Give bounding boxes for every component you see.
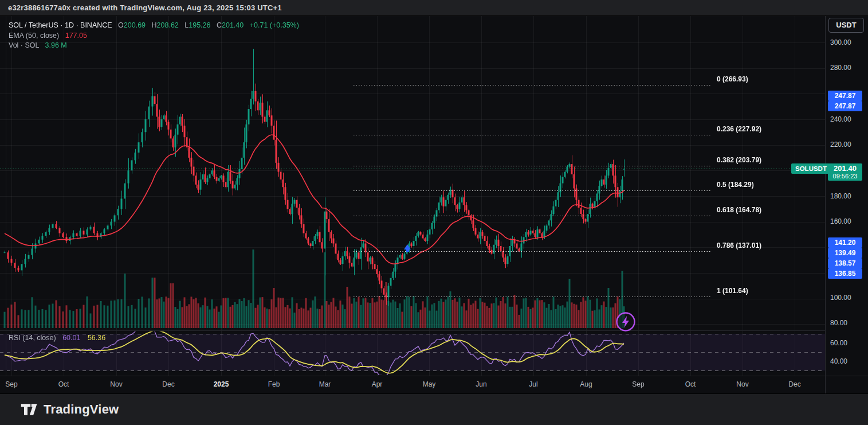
symbol-price-tag: SOLUSDT (791, 163, 831, 174)
time-axis-month-label: Mar (319, 380, 331, 388)
ema-label: EMA (50, close) (9, 32, 59, 40)
price-axis-tick: 40.00 (830, 357, 847, 365)
time-axis-month-label: May (423, 380, 436, 388)
time-axis-month-label: Dec (788, 380, 800, 388)
topbar: e32r38861677a0x created with TradingView… (0, 0, 868, 16)
time-axis-month-label: Oct (685, 380, 696, 388)
time-axis-month-label: Feb (268, 380, 280, 388)
price-axis-tick: 60.00 (830, 339, 847, 347)
tradingview-logo[interactable]: TradingView (21, 401, 119, 418)
price-alert-tag: 136.85 (828, 268, 862, 279)
axis-corner (825, 376, 868, 394)
rsi-legend-row[interactable]: RSI (14, close) 60.01 56.36 (9, 334, 105, 342)
legend-ema-row[interactable]: EMA (50, close) 177.05 (9, 31, 299, 41)
time-axis-year-label: 2025 (214, 380, 229, 388)
time-axis-month-label: Sep (632, 380, 644, 388)
time-axis-month-label: Nov (736, 380, 748, 388)
time-axis-month-label: Aug (580, 380, 592, 388)
price-alert-tag: 138.57 (828, 258, 862, 268)
price-axis-tick: 220.00 (830, 141, 851, 149)
chart-area[interactable]: SOL / TetherUS · 1D · BINANCE O200.69 H2… (0, 16, 825, 376)
tradingview-logo-icon (21, 401, 38, 418)
price-alert-tag: 139.49 (828, 248, 862, 258)
price-axis-tick: 80.00 (830, 319, 847, 327)
price-axis-tick: 100.00 (830, 294, 851, 302)
fib-level-label: 0 (266.93) (717, 75, 748, 83)
time-axis-month-label: Dec (162, 380, 174, 388)
change-value: +0.71 (+0.35%) (250, 21, 299, 29)
last-price-tag: 201.40 09:56:23 (828, 163, 862, 181)
tradingview-snapshot: e32r38861677a0x created with TradingView… (0, 0, 868, 425)
currency-usdt-button[interactable]: USDT (828, 18, 864, 33)
volume-value: 3.96 M (45, 41, 67, 49)
price-axis-tick: 280.00 (830, 64, 851, 72)
high-value: 208.62 (157, 21, 179, 29)
price-axis-tick: 240.00 (830, 115, 851, 123)
time-axis-month-label: Apr (372, 380, 383, 388)
volume-label: Vol · SOL (9, 41, 39, 49)
time-axis[interactable]: SepOctNovDec2025FebMarAprMayJunJulAugSep… (0, 376, 868, 393)
fib-level-label: 0.382 (203.79) (717, 156, 761, 164)
legend-symbol-row[interactable]: SOL / TetherUS · 1D · BINANCE O200.69 H2… (9, 21, 299, 30)
footer-bar: TradingView (0, 393, 868, 425)
close-label: C (217, 21, 222, 29)
ema-value: 177.05 (65, 32, 87, 40)
fib-level-label: 1 (101.64) (717, 287, 748, 295)
price-axis[interactable]: USDT 300.00280.00260.00240.00220.00180.0… (825, 16, 868, 376)
fib-level-label: 0.618 (164.78) (717, 206, 761, 214)
chart-legend: SOL / TetherUS · 1D · BINANCE O200.69 H2… (9, 21, 299, 51)
rsi-value: 60.01 (62, 334, 80, 342)
rsi-label: RSI (14, close) (9, 334, 56, 342)
last-price-value: 201.40 (828, 164, 862, 173)
legend-volume-row[interactable]: Vol · SOL 3.96 M (9, 41, 299, 50)
time-axis-month-label: Oct (58, 380, 69, 388)
price-axis-tick: 300.00 (830, 38, 851, 46)
price-alert-tag: 141.20 (828, 237, 862, 248)
time-axis-month-label: Jun (476, 380, 486, 388)
bar-countdown: 09:56:23 (828, 173, 862, 180)
low-value: 195.26 (188, 21, 210, 29)
fib-level-label: 0.5 (184.29) (717, 181, 754, 189)
price-axis-tick: 160.00 (830, 217, 851, 225)
flash-boost-icon[interactable] (615, 311, 637, 333)
price-alert-tag: 247.87 (828, 101, 862, 111)
watermark-title: e32r38861677a0x created with TradingView… (8, 3, 282, 12)
price-axis-tick: 180.00 (830, 192, 851, 200)
close-value: 201.40 (222, 21, 243, 29)
open-label: O (118, 21, 124, 29)
high-label: H (152, 21, 157, 29)
time-axis-month-label: Nov (110, 380, 122, 388)
time-axis-month-label: Sep (5, 380, 17, 388)
price-alert-tag: 247.87 (828, 91, 862, 101)
fib-level-label: 0.786 (137.01) (717, 241, 761, 249)
price-chart-canvas[interactable] (0, 16, 825, 376)
arrow-up-marker (404, 244, 411, 249)
rsi-ma-value: 56.36 (88, 334, 105, 342)
tradingview-wordmark: TradingView (44, 402, 119, 417)
open-value: 200.69 (124, 21, 146, 29)
time-axis-month-label: Jul (529, 380, 537, 388)
fib-level-label: 0.236 (227.92) (717, 125, 761, 133)
symbol-title: SOL / TetherUS · 1D · BINANCE (9, 21, 112, 29)
